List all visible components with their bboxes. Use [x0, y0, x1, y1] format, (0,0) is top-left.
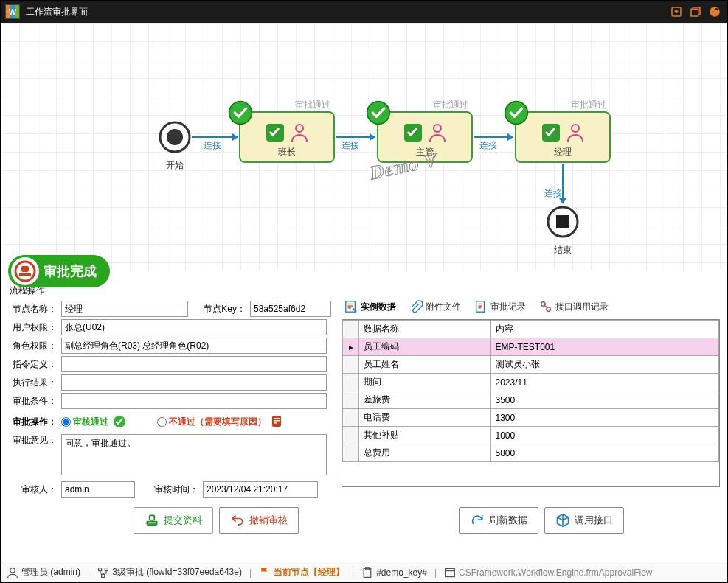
check-icon [228, 100, 253, 125]
label-exec-result: 执行结果： [8, 377, 57, 389]
window-icon [444, 567, 456, 579]
input-audit-time[interactable] [203, 481, 318, 498]
svg-rect-23 [274, 420, 280, 422]
attachment-icon [409, 300, 423, 313]
row-indicator [343, 444, 359, 462]
tab-instance-data[interactable]: 实例数据 [344, 300, 396, 313]
statusbar: 管理员 (admin) | 3级审批 (flowId=33f07eeda643e… [1, 562, 727, 582]
cell-key: 员工编码 [359, 338, 491, 356]
connector-label: 连接 [342, 139, 359, 152]
form-area: 流程操作 节点名称： 节点Key： 用户权限： 角色权限： 指令定义： [1, 283, 727, 500]
label-role-perm: 角色权限： [8, 340, 57, 352]
end-node[interactable]: 结束 [546, 205, 580, 256]
svg-rect-2 [691, 9, 698, 16]
row-indicator [343, 391, 359, 409]
table-row[interactable]: 期间2023/11 [343, 374, 719, 391]
input-role-perm[interactable] [61, 338, 327, 354]
fail-doc-icon [271, 415, 284, 428]
label-auditor: 审核人： [8, 483, 57, 496]
tab-attachments[interactable]: 附件文件 [409, 300, 461, 313]
input-node-key[interactable] [250, 301, 331, 317]
tab-approval-log[interactable]: 审批记录 [474, 300, 526, 313]
input-approve-cond[interactable] [61, 393, 327, 409]
table-row[interactable]: ▸员工编码EMP-TEST001 [343, 338, 719, 356]
svg-point-11 [434, 125, 441, 132]
row-indicator [343, 409, 359, 427]
svg-rect-22 [274, 418, 280, 419]
refresh-button[interactable]: 刷新数据 [459, 507, 538, 534]
table-row[interactable]: 差旅费3500 [343, 391, 719, 409]
status-current-node: 当前节点【经理】 [259, 566, 344, 579]
window-title: 工作流审批界面 [26, 6, 665, 18]
table-row[interactable]: 员工姓名测试员小张 [343, 356, 719, 374]
maximize-button[interactable] [687, 4, 704, 20]
cell-val: 3500 [490, 391, 719, 409]
label-node-key: 节点Key： [197, 303, 246, 315]
connector-label: 连接 [479, 139, 497, 152]
titlebar: W 工作流审批界面 [1, 1, 727, 23]
status-flow: 3级审批 (flowId=33f07eeda643e) [97, 566, 242, 579]
input-exec-result[interactable] [61, 374, 327, 391]
input-node-name[interactable] [61, 301, 188, 317]
import-button[interactable] [668, 4, 684, 20]
api-icon [539, 300, 552, 313]
close-button[interactable] [707, 4, 723, 20]
svg-rect-18 [21, 266, 29, 272]
workflow-canvas[interactable]: 开始 连接 审批通过 班长 连接 审批通过 主管 连接 审批通过 经理 [1, 23, 727, 270]
input-auditor[interactable] [61, 481, 135, 498]
svg-point-8 [296, 125, 303, 132]
cell-val: 测试员小张 [490, 356, 719, 374]
bottom-buttons: 提交资料 撤销审核 刷新数据 调用接口 [1, 507, 727, 534]
label-approve-op: 审批操作： [8, 416, 57, 428]
task-node-3[interactable]: 审批通过 经理 [515, 111, 611, 163]
radio-fail[interactable]: 不通过（需要填写原因） [157, 416, 266, 428]
task-icon [541, 122, 561, 143]
cell-val: 5800 [490, 444, 719, 462]
user-icon [7, 567, 18, 579]
pass-icon [113, 415, 126, 428]
task-node-1[interactable]: 审批通过 班长 [239, 111, 335, 163]
input-user-perm[interactable] [61, 319, 327, 335]
table-row[interactable]: 总费用5800 [343, 444, 719, 462]
data-table: 数据名称 内容 ▸员工编码EMP-TEST001员工姓名测试员小张期间2023/… [342, 320, 719, 462]
input-cmd-def[interactable] [61, 356, 327, 372]
cell-val: EMP-TEST001 [490, 338, 719, 356]
col-header-name[interactable]: 数据名称 [359, 321, 491, 338]
revoke-button[interactable]: 撤销审核 [219, 507, 299, 534]
connector [336, 136, 375, 138]
pass-label: 审批通过 [295, 99, 330, 111]
svg-rect-19 [19, 273, 31, 276]
call-api-button[interactable]: 调用接口 [544, 507, 624, 534]
clipboard-icon [361, 567, 373, 579]
cell-key: 电话费 [359, 409, 491, 427]
start-node[interactable]: 开始 [158, 120, 192, 172]
table-row[interactable]: 电话费1300 [343, 409, 719, 427]
row-indicator [343, 427, 359, 444]
table-row[interactable]: 其他补贴1000 [343, 427, 719, 444]
label-user-perm: 用户权限： [8, 321, 57, 334]
app-icon: W [5, 4, 20, 19]
svg-rect-29 [150, 515, 155, 520]
tab-api-log[interactable]: 接口调用记录 [539, 300, 609, 313]
status-user: 管理员 (admin) [7, 566, 80, 579]
cell-key: 差旅费 [359, 391, 491, 409]
flag-icon [259, 567, 271, 579]
undo-icon [230, 513, 245, 528]
data-table-container[interactable]: 数据名称 内容 ▸员工编码EMP-TEST001员工姓名测试员小张期间2023/… [342, 319, 720, 487]
status-demo-key: #demo_key# [361, 567, 427, 579]
left-form: 节点名称： 节点Key： 用户权限： 角色权限： 指令定义： 执行结果： [8, 299, 333, 500]
groupbox-title: 流程操作 [10, 284, 720, 297]
task-label: 班长 [278, 146, 296, 158]
col-header-value[interactable]: 内容 [490, 321, 719, 338]
svg-rect-24 [274, 422, 277, 424]
svg-rect-33 [105, 568, 108, 570]
end-label: 结束 [546, 244, 580, 256]
data-icon [344, 300, 358, 313]
textarea-opinion[interactable] [61, 434, 327, 475]
svg-point-3 [710, 7, 720, 17]
svg-rect-25 [346, 301, 356, 312]
row-indicator-header [343, 321, 359, 338]
connector-label: 连接 [204, 139, 221, 152]
submit-button[interactable]: 提交资料 [134, 507, 213, 534]
radio-pass[interactable]: 审核通过 [61, 416, 108, 428]
